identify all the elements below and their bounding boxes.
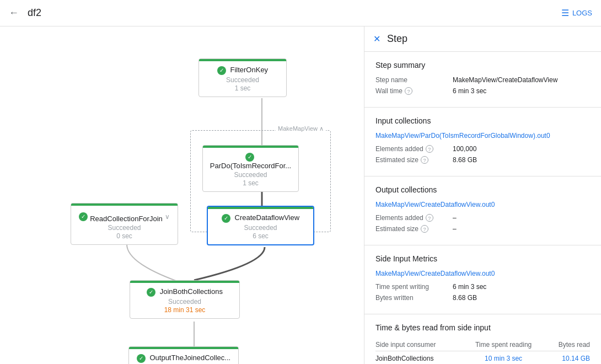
node-header-create	[208, 207, 313, 209]
consumer-cell: JoinBothCollections	[375, 351, 463, 365]
input-elements-label: Elements added ?	[375, 145, 453, 153]
wall-time-label: Wall time ?	[375, 87, 453, 95]
input-size-label: Estimated size ?	[375, 156, 453, 164]
check-icon-output: ✓	[137, 354, 146, 363]
input-collections-title: Input collections	[375, 116, 590, 125]
node-header-filteronkey	[199, 59, 286, 61]
node-status-read: Succeeded	[78, 224, 171, 232]
node-pardo[interactable]: ✓ ParDo(ToIsmRecordFor... Succeeded 1 se…	[202, 145, 299, 192]
node-title-create: CreateDataflowView	[235, 213, 300, 222]
node-title-join: JoinBothCollections	[160, 287, 223, 296]
node-joinboth[interactable]: ✓ JoinBothCollections Succeeded 18 min 3…	[130, 280, 240, 319]
step-summary-title: Step summary	[375, 61, 590, 69]
bytes-written-label: Bytes written	[375, 294, 453, 302]
table-row: JoinBothCollections 10 min 3 sec 10.14 G…	[375, 351, 590, 365]
node-header-output	[129, 347, 238, 349]
side-input-metrics-section: Side Input Metrics MakeMapView/CreateDat…	[364, 245, 601, 314]
node-status-pardo: Succeeded	[210, 171, 292, 179]
output-collections-title: Output collections	[375, 185, 590, 194]
expand-icon-read: ∨	[165, 213, 170, 221]
side-input-metrics-title: Side Input Metrics	[375, 254, 590, 263]
logs-button[interactable]: ☰ LOGS	[561, 8, 592, 18]
node-header-join	[130, 281, 239, 283]
check-icon-pardo: ✓	[245, 153, 254, 162]
logs-label: LOGS	[572, 9, 592, 17]
node-status-create: Succeeded	[214, 224, 307, 232]
time-writing-value: 6 min 3 sec	[453, 283, 486, 291]
col-consumer-header: Side input consumer	[375, 339, 463, 351]
elements-added-help-icon[interactable]: ?	[426, 145, 433, 153]
header: ← df2 ☰ LOGS	[0, 0, 601, 26]
step-name-label: Step name	[375, 76, 453, 84]
graph-panel: MakeMapView ∧ ✓ FilterOnKey Succeeded 1 …	[0, 26, 364, 364]
input-elements-row: Elements added ? 100,000	[375, 145, 590, 153]
output-size-help-icon[interactable]: ?	[421, 225, 428, 233]
step-summary-section: Step summary Step name MakeMapView/Creat…	[364, 52, 601, 108]
node-header-read	[71, 204, 178, 206]
node-createdataflowview[interactable]: ✓ CreateDataflowView Succeeded 6 sec	[207, 206, 314, 245]
node-output[interactable]: ✓ OutputTheJoinedCollec... Succeeded 18 …	[128, 346, 239, 364]
output-elements-row: Elements added ? –	[375, 214, 590, 222]
output-size-row: Estimated size ? –	[375, 225, 590, 233]
input-collection-link[interactable]: MakeMapView/ParDo(ToIsmRecordForGlobalWi…	[375, 132, 590, 140]
back-button[interactable]: ←	[9, 7, 19, 19]
side-input-table: Side input consumer Time spent reading B…	[375, 339, 590, 364]
logs-icon: ☰	[561, 8, 569, 18]
close-button[interactable]: ✕	[373, 34, 380, 44]
output-size-label: Estimated size ?	[375, 225, 453, 233]
side-input-metrics-link[interactable]: MakeMapView/CreateDataflowView.out0	[375, 270, 590, 277]
node-status-join: Succeeded	[137, 298, 233, 306]
node-title-filteronkey: FilterOnKey	[230, 66, 268, 74]
input-size-row: Estimated size ? 8.68 GB	[375, 156, 590, 164]
side-input-table-title: Time & bytes read from side input	[375, 323, 590, 332]
check-icon-join: ✓	[147, 288, 155, 297]
wall-time-row: Wall time ? 6 min 3 sec	[375, 87, 590, 95]
wall-time-value: 6 min 3 sec	[453, 87, 486, 95]
bytes-written-value: 8.68 GB	[453, 294, 477, 302]
main-content: MakeMapView ∧ ✓ FilterOnKey Succeeded 1 …	[0, 26, 601, 364]
output-collections-section: Output collections MakeMapView/CreateDat…	[364, 176, 601, 245]
step-name-value: MakeMapView/CreateDataflowView	[453, 76, 557, 84]
output-elements-help-icon[interactable]: ?	[426, 214, 433, 222]
node-status-filteronkey: Succeeded	[206, 76, 280, 84]
node-time-filteronkey: 1 sec	[206, 84, 280, 92]
output-elements-value: –	[453, 214, 457, 222]
node-time-pardo: 1 sec	[210, 179, 292, 187]
time-writing-row: Time spent writing 6 min 3 sec	[375, 283, 590, 291]
right-panel: ✕ Step Step summary Step name MakeMapVie…	[364, 26, 601, 364]
node-header-pardo	[203, 146, 298, 148]
page-title: df2	[28, 7, 561, 19]
group-label: MakeMapView ∧	[276, 125, 326, 132]
node-readcollection[interactable]: ✓ ReadCollectionForJoin ∨ Succeeded 0 se…	[71, 203, 178, 245]
check-icon-filteronkey: ✓	[217, 66, 226, 75]
output-size-value: –	[453, 225, 457, 233]
check-icon-create: ✓	[222, 214, 230, 223]
output-elements-label: Elements added ?	[375, 214, 453, 222]
input-elements-value: 100,000	[453, 145, 476, 153]
check-icon-read: ✓	[79, 212, 88, 221]
node-title-output: OutputTheJoinedCollec...	[149, 354, 230, 362]
node-time-read: 0 sec	[78, 232, 171, 240]
wall-time-help-icon[interactable]: ?	[405, 87, 412, 95]
panel-title: Step	[387, 33, 407, 45]
input-size-help-icon[interactable]: ?	[421, 156, 428, 164]
side-input-table-section: Time & bytes read from side input Side i…	[364, 314, 601, 364]
step-name-row: Step name MakeMapView/CreateDataflowView	[375, 76, 590, 84]
graph-area: MakeMapView ∧ ✓ FilterOnKey Succeeded 1 …	[0, 26, 364, 364]
node-title-read: ReadCollectionForJoin	[90, 215, 163, 223]
node-time-join: 18 min 31 sec	[137, 306, 233, 314]
bytes-written-row: Bytes written 8.68 GB	[375, 294, 590, 302]
output-collection-link[interactable]: MakeMapView/CreateDataflowView.out0	[375, 201, 590, 208]
input-size-value: 8.68 GB	[453, 156, 477, 164]
col-time-header: Time spent reading	[463, 339, 544, 351]
bytes-cell: 10.14 GB	[544, 351, 590, 365]
input-collections-section: Input collections MakeMapView/ParDo(ToIs…	[364, 108, 601, 176]
time-cell: 10 min 3 sec	[463, 351, 544, 365]
node-filteronkey[interactable]: ✓ FilterOnKey Succeeded 1 sec	[198, 58, 287, 97]
time-writing-label: Time spent writing	[375, 283, 453, 291]
panel-header: ✕ Step	[364, 26, 601, 52]
node-time-create: 6 sec	[214, 232, 307, 240]
node-title-pardo: ParDo(ToIsmRecordFor...	[210, 162, 291, 170]
col-bytes-header: Bytes read	[544, 339, 590, 351]
